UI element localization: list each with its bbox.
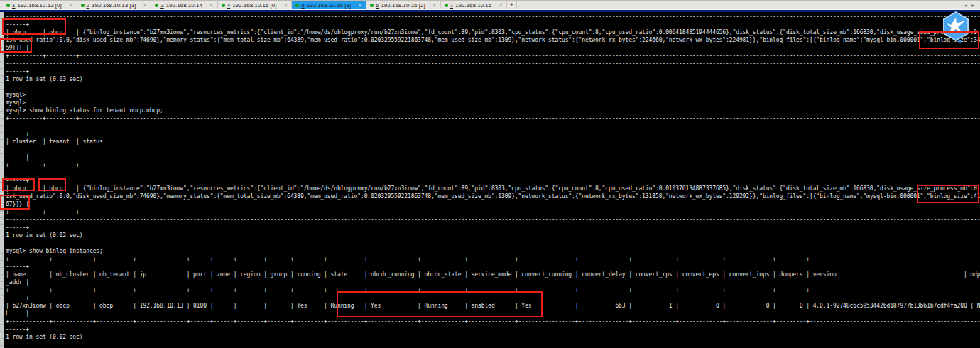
terminal-line: 1 row in set (0.03 sec) xyxy=(6,75,980,83)
tab-close-icon[interactable]: ✕ xyxy=(209,3,214,8)
terminal-line: ----------------------------------------… xyxy=(6,60,980,67)
terminal-line: 1 row in set (0.02 sec) xyxy=(6,333,980,341)
tab-number: 2 xyxy=(87,2,89,9)
session-tab-6[interactable]: 6 192.168.10.16 [2]✕ xyxy=(366,1,441,9)
session-tab-4[interactable]: 4 192.168.10.16 [0]✕ xyxy=(218,1,293,9)
terminal-line: +------------+------------+-----------+-… xyxy=(6,255,980,263)
terminal-line: ----------------------------------------… xyxy=(6,13,980,21)
terminal-line: mysql> xyxy=(6,91,980,99)
tab-scroll-left-icon[interactable]: ◄ xyxy=(963,3,968,8)
tab-close-icon[interactable]: ✕ xyxy=(143,3,147,8)
session-status-dot xyxy=(445,4,448,7)
new-tab-button[interactable]: + xyxy=(507,1,517,9)
terminal-line: ------+ xyxy=(6,263,980,271)
session-status-dot xyxy=(6,4,10,7)
session-status-dot xyxy=(222,4,225,7)
terminal-line: ------+ xyxy=(6,294,980,302)
terminal-line: | obcp | obcp | {"binlog_instance":"b27x… xyxy=(6,185,980,192)
session-tab-5[interactable]: 5 192.168.10.16 [1]✕ xyxy=(292,1,366,9)
tab-label: 192.168.10.16 [1] xyxy=(307,2,351,9)
terminal-line: ------+ xyxy=(6,21,980,28)
tab-bar: 1 192.168.10.13 [0]✕2 192.168.10.13 [1]✕… xyxy=(0,0,980,9)
terminal-line xyxy=(6,83,980,91)
terminal-line: ----------------------------------------… xyxy=(6,216,980,224)
terminal-line: 67}]} | xyxy=(6,200,980,208)
tab-number: 4 xyxy=(227,2,230,9)
tab-label: 192.168.10.16 [2] xyxy=(381,2,425,9)
terminal-line: mysql> show binlog instances; xyxy=(6,247,980,255)
terminal-line: isk_used_ratio":0.0,"disk_used_size_mb":… xyxy=(6,36,980,44)
terminal-line: isk_used_ratio":0.0,"disk_used_size_mb":… xyxy=(6,192,980,200)
background-window-sliver xyxy=(0,12,4,348)
tab-label: 192.168.10.16 [0] xyxy=(232,2,276,9)
terminal-line: +----------+---------+------------------… xyxy=(6,114,980,122)
tab-bar-tabs: 1 192.168.10.13 [0]✕2 192.168.10.13 [1]✕… xyxy=(0,1,507,9)
terminal-line xyxy=(6,239,980,247)
terminal-line: +----------+---------+------------------… xyxy=(6,208,980,216)
background-window-text: ir xyxy=(0,207,3,212)
floating-app-icon[interactable] xyxy=(941,11,971,41)
terminal-line: ----------------------------------------… xyxy=(6,169,980,177)
session-status-dot xyxy=(81,4,85,7)
terminal-line: | xyxy=(6,153,980,161)
tab-close-icon[interactable]: ✕ xyxy=(499,3,503,8)
terminal-line: +------------+------------+-----------+-… xyxy=(6,317,980,325)
terminal-line: L | xyxy=(6,310,980,317)
session-tab-3[interactable]: 3 192.168.10.14✕ xyxy=(151,1,218,9)
terminal-line: | name | ob_cluster | ob_tenant | ip | p… xyxy=(6,271,980,278)
terminal-line: +----------+---------+------------------… xyxy=(6,52,980,60)
terminal-line: mysql> xyxy=(6,99,980,107)
terminal-line xyxy=(6,146,980,153)
terminal-line: mysql> show binlog status for tenant obc… xyxy=(6,107,980,114)
tab-number: 6 xyxy=(376,2,379,9)
tab-number: 5 xyxy=(301,2,304,9)
terminal-line: 1 row in set (0.02 sec) xyxy=(6,232,980,239)
bird-icon xyxy=(941,11,971,44)
tab-label: 192.168.10.14 xyxy=(166,2,202,9)
tab-close-icon[interactable]: ✕ xyxy=(432,3,437,8)
terminal-line: 59}]} | xyxy=(6,44,980,52)
terminal-line: ------+ xyxy=(6,224,980,232)
terminal-line: ----------------------------------------… xyxy=(6,122,980,130)
terminal-line: | b27xn3iomw | obcp | obcp | 192.168.10.… xyxy=(6,302,980,310)
tab-label: 192.168.10.13 [0] xyxy=(17,2,61,9)
tab-close-icon[interactable]: ✕ xyxy=(69,3,73,8)
session-tab-2[interactable]: 2 192.168.10.13 [1]✕ xyxy=(77,1,152,9)
tab-number: 7 xyxy=(450,2,453,9)
tab-close-icon[interactable]: ✕ xyxy=(358,3,362,8)
terminal-line: ------+ xyxy=(6,130,980,138)
tab-label: 192.168.10.16 xyxy=(455,2,491,9)
terminal-line: | obcp | obcp | {"binlog_instance":"b27x… xyxy=(6,28,980,36)
terminal-line: ------+ xyxy=(6,177,980,185)
session-tab-7[interactable]: 7 192.168.10.16✕ xyxy=(441,1,508,9)
terminal-line: ------+ xyxy=(6,325,980,333)
session-status-dot xyxy=(295,4,299,7)
terminal-line: +----------+---------+------------------… xyxy=(6,161,980,169)
terminal-line: ------+ xyxy=(6,67,980,75)
tab-label: 192.168.10.13 [1] xyxy=(92,2,136,9)
session-tab-1[interactable]: 1 192.168.10.13 [0]✕ xyxy=(3,1,77,9)
session-status-dot xyxy=(370,4,374,7)
terminal-screen[interactable]: ----------------------------------------… xyxy=(0,12,980,348)
session-status-dot xyxy=(155,4,158,7)
terminal-line: | cluster | tenant | status xyxy=(6,138,980,146)
tab-scroll-right-icon[interactable]: ► xyxy=(971,3,976,8)
securecrt-window: 1 192.168.10.13 [0]✕2 192.168.10.13 [1]✕… xyxy=(0,0,980,348)
tab-close-icon[interactable]: ✕ xyxy=(283,3,288,8)
terminal-line: _addr | xyxy=(6,278,980,286)
tab-number: 1 xyxy=(12,2,15,9)
tab-number: 3 xyxy=(160,2,163,9)
terminal-line: +------------+------------+-----------+-… xyxy=(6,286,980,294)
